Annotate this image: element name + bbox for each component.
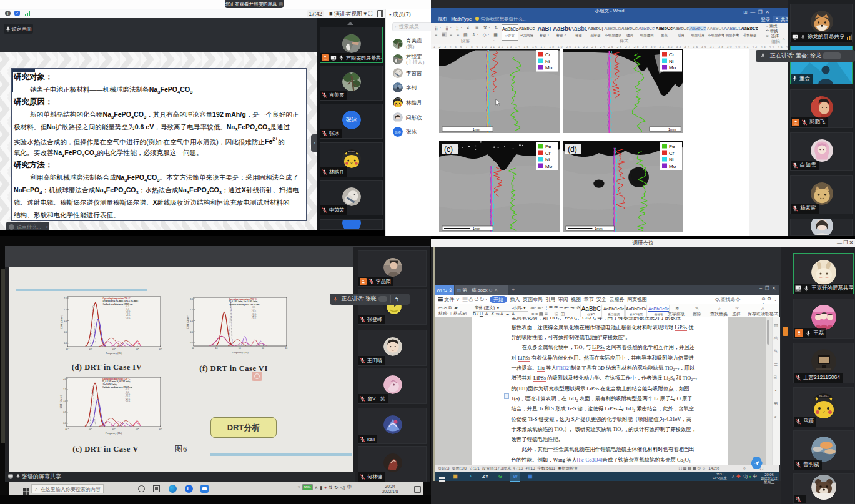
svg-text:103: 103 [159, 428, 162, 430]
svg-text:Mo: Mo [669, 164, 676, 169]
svg-text:1.0: 1.0 [63, 400, 66, 402]
svg-text:Fe: Fe [545, 144, 551, 149]
svg-text:10-1: 10-1 [66, 348, 70, 350]
svg-text:102: 102 [136, 428, 139, 430]
svg-text:Mo: Mo [545, 164, 553, 169]
svg-text:DRT (Ω·cm²): DRT (Ω·cm²) [59, 395, 62, 408]
svg-text:100: 100 [89, 428, 92, 430]
svg-text:Fe: Fe [669, 144, 675, 149]
svg-text:PikaPika: PikaPika [348, 151, 355, 153]
svg-text:101: 101 [112, 348, 116, 350]
svg-text:PikaPika: PikaPika [396, 98, 400, 99]
svg-text:2.0: 2.0 [64, 297, 67, 300]
svg-text:0.0: 0.0 [190, 342, 193, 344]
svg-text:Cr: Cr [545, 52, 551, 57]
svg-text:100: 100 [215, 347, 219, 350]
svg-text:Ni: Ni [669, 157, 674, 162]
svg-text:1mm: 1mm [595, 227, 603, 230]
svg-text:Mo: Mo [669, 65, 676, 71]
svg-text:1.5: 1.5 [63, 388, 66, 391]
svg-text:102: 102 [262, 347, 265, 350]
svg-text:Frequency (Hz): Frequency (Hz) [232, 351, 249, 354]
svg-text:Ni: Ni [545, 157, 550, 162]
svg-text:101: 101 [239, 347, 242, 350]
svg-text:Cr: Cr [545, 151, 551, 156]
svg-text:DRT (Ω·cm²): DRT (Ω·cm²) [186, 314, 189, 328]
svg-text:103: 103 [159, 348, 162, 350]
svg-text:PikaPika: PikaPika [819, 395, 829, 398]
svg-text:2.0: 2.0 [190, 298, 193, 300]
svg-text:1mm: 1mm [473, 127, 481, 131]
svg-text:2.0: 2.0 [63, 378, 66, 380]
svg-text:Cr: Cr [669, 151, 675, 156]
svg-text:1mm: 1mm [668, 127, 676, 131]
svg-text:1.5: 1.5 [64, 309, 67, 311]
svg-text:Frequency (Hz): Frequency (Hz) [106, 352, 122, 355]
svg-text:1.0: 1.0 [190, 320, 193, 322]
svg-text:· 50 A: · 50 A [125, 400, 131, 402]
svg-text:0.5: 0.5 [190, 331, 193, 334]
svg-text:Ni: Ni [545, 59, 550, 64]
svg-text:DRT (Ω·cm²): DRT (Ω·cm²) [60, 314, 63, 328]
svg-text:(d): (d) [568, 145, 577, 154]
svg-text:Cr: Cr [669, 52, 675, 57]
svg-text:10-1: 10-1 [65, 428, 69, 430]
svg-text:0.5: 0.5 [63, 411, 66, 413]
svg-text:0.0: 0.0 [64, 342, 67, 345]
svg-text:· 50 A: · 50 A [251, 317, 257, 320]
svg-text:1mm: 1mm [473, 227, 481, 230]
svg-text:1.5: 1.5 [190, 309, 193, 311]
svg-text:0.5: 0.5 [64, 331, 67, 334]
svg-text:100: 100 [89, 348, 93, 350]
svg-text:0.0: 0.0 [63, 422, 66, 425]
svg-text:· 50 A: · 50 A [125, 317, 131, 319]
svg-text:1.0: 1.0 [64, 320, 67, 322]
svg-text:Mo: Mo [545, 65, 553, 71]
svg-text:103: 103 [285, 347, 289, 350]
svg-text:(c): (c) [444, 145, 453, 154]
svg-text:Ni: Ni [669, 59, 674, 64]
svg-text:101: 101 [112, 428, 116, 430]
svg-text:Frequency (Hz): Frequency (Hz) [106, 432, 122, 435]
svg-text:10-1: 10-1 [192, 347, 196, 350]
svg-text:102: 102 [136, 348, 139, 350]
